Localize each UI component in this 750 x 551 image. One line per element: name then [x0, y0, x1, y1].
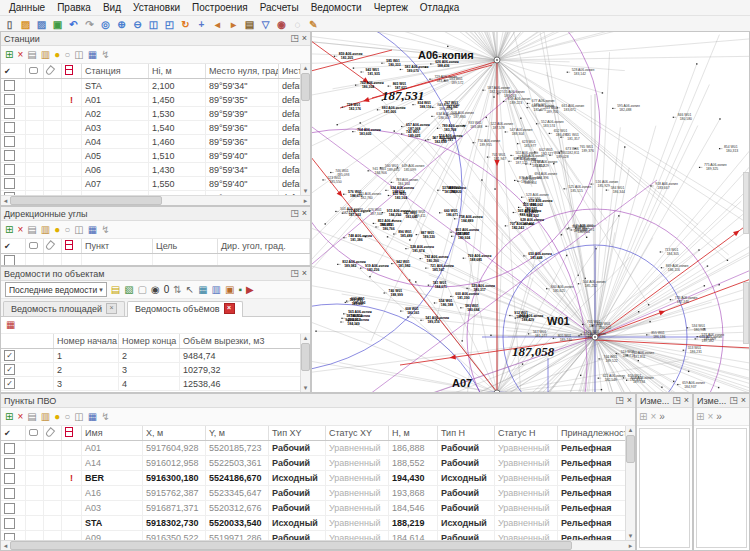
tab-volume-report[interactable]: Ведомость объёмов ×: [127, 301, 243, 317]
row-checkbox[interactable]: [4, 473, 15, 484]
column-h[interactable]: H, м: [389, 426, 438, 441]
delete-row-icon[interactable]: ×: [650, 412, 656, 422]
paste-icon[interactable]: ▥: [41, 50, 50, 60]
menu-Вид[interactable]: Вид: [98, 2, 126, 13]
menu-Установки[interactable]: Установки: [128, 2, 185, 13]
report-settings-icon[interactable]: ▦: [6, 320, 15, 330]
more-icon[interactable]: »: [716, 412, 722, 422]
column-type_xy[interactable]: Тип XY: [269, 426, 326, 441]
angle-row[interactable]: [1, 254, 310, 266]
menu-Данные[interactable]: Данные: [4, 2, 50, 13]
save-report-icon[interactable]: ▪: [239, 285, 243, 295]
row-checkbox[interactable]: [4, 80, 15, 91]
point-row[interactable]: A015917604,9285520185,723РабочийУравненн…: [1, 441, 635, 456]
row-checkbox[interactable]: [4, 136, 15, 147]
report-copy-icon[interactable]: ▢: [138, 285, 147, 295]
delete-row-icon[interactable]: ×: [17, 225, 23, 235]
stations-vscrollbar[interactable]: ▴▾: [300, 64, 310, 195]
point-row[interactable]: STA5918302,7305520033,540ИсходныйУравнен…: [1, 516, 635, 531]
column-name[interactable]: Имя: [82, 426, 143, 441]
point-row[interactable]: A145916012,9585522503,361РабочийУравненн…: [1, 456, 635, 471]
column-status_xy[interactable]: Статус XY: [326, 426, 389, 441]
column-hi[interactable]: Hi, м: [149, 64, 206, 79]
menu-Расчеты[interactable]: Расчеты: [255, 2, 304, 13]
send-icon[interactable]: ▣: [225, 285, 234, 295]
column-0[interactable]: Номер начала: [54, 334, 119, 349]
column-belong[interactable]: Принадлежность: [558, 426, 627, 441]
pan-icon[interactable]: ◎: [98, 18, 113, 31]
options-icon[interactable]: ↯: [101, 50, 109, 60]
new-file-icon[interactable]: ▯: [2, 18, 17, 31]
close-panel-icon[interactable]: ×: [302, 269, 307, 278]
pointer-icon[interactable]: ↖: [186, 285, 194, 295]
add-row-icon[interactable]: ⊞: [639, 412, 647, 422]
row-checkbox[interactable]: [4, 533, 15, 540]
table-view-icon[interactable]: ▦: [88, 225, 97, 235]
import-icon[interactable]: ▨: [34, 18, 49, 31]
row-checkbox[interactable]: [4, 150, 15, 161]
row-checkbox[interactable]: [4, 164, 15, 175]
close-tab-icon[interactable]: ×: [106, 303, 117, 314]
column-angle[interactable]: Дир. угол, град.: [218, 239, 310, 254]
copy-icon[interactable]: ▤: [27, 50, 36, 60]
collapsed-panel-tab[interactable]: [743, 282, 749, 344]
bulb-on-icon[interactable]: ●: [54, 225, 60, 235]
station-row[interactable]: A081,04089°59'40"default15.09: [1, 191, 310, 196]
table-view-icon[interactable]: ▦: [88, 412, 97, 422]
undo-icon[interactable]: ↶: [66, 18, 81, 31]
row-checkbox[interactable]: [4, 94, 15, 105]
column-target[interactable]: Цель: [153, 239, 218, 254]
zoom-window-icon[interactable]: ◰: [162, 18, 177, 31]
collapsed-panel-tab[interactable]: [743, 172, 749, 234]
row-checkbox[interactable]: ✓: [4, 350, 15, 361]
search-icon[interactable]: ◉: [151, 285, 160, 295]
close-panel-icon[interactable]: ×: [627, 396, 632, 405]
close-panel-icon[interactable]: ×: [741, 396, 746, 405]
menu-Чертеж[interactable]: Чертеж: [369, 2, 413, 13]
station-row[interactable]: A021,53089°59'39"default15.09: [1, 107, 310, 121]
row-checkbox[interactable]: [4, 122, 15, 133]
search-object-icon[interactable]: ◉: [274, 18, 289, 31]
add-row-icon[interactable]: ⊞: [696, 412, 704, 422]
options-icon[interactable]: ↯: [101, 412, 109, 422]
delete-row-icon[interactable]: ×: [707, 412, 713, 422]
changes-list[interactable]: [639, 428, 690, 548]
redo-icon[interactable]: ↷: [82, 18, 97, 31]
changes-list[interactable]: [696, 428, 747, 548]
zoom-extents-icon[interactable]: ◫: [146, 18, 161, 31]
row-checkbox[interactable]: [4, 503, 15, 514]
add-row-icon[interactable]: ⊞: [5, 225, 13, 235]
bulb-off-icon[interactable]: ○: [64, 225, 70, 235]
report-new-icon[interactable]: ▤: [111, 285, 120, 295]
row-checkbox[interactable]: [4, 178, 15, 189]
point-row[interactable]: A035916871,3715520312,676РабочийУравненн…: [1, 501, 635, 516]
reports-dropdown[interactable]: Последние ведомости ▾: [5, 282, 107, 297]
close-tab-icon[interactable]: ×: [224, 303, 235, 314]
open-file-icon[interactable]: ▨: [18, 18, 33, 31]
station-row[interactable]: A031,54089°59'36"default15.09: [1, 121, 310, 135]
column-type_h[interactable]: Тип H: [438, 426, 495, 441]
column-zero[interactable]: Место нуля, град: [206, 64, 279, 79]
bulb-on-icon[interactable]: ●: [54, 50, 60, 60]
float-panel-icon[interactable]: ◳: [290, 209, 299, 218]
station-row[interactable]: A071,55089°59'40"default15.09: [1, 177, 310, 191]
float-panel-icon[interactable]: ◳: [290, 269, 299, 278]
next-view-icon[interactable]: ▸: [226, 18, 241, 31]
column-point[interactable]: Пункт: [82, 239, 153, 254]
report-open-icon[interactable]: ▧: [124, 285, 133, 295]
point-row[interactable]: A095916350,5225519971,286РабочийУравненн…: [1, 531, 635, 541]
search-off-icon[interactable]: ◌: [290, 18, 305, 31]
row-checkbox[interactable]: [4, 488, 15, 499]
zoom-in-icon[interactable]: ⊕: [114, 18, 129, 31]
bulb-on-icon[interactable]: ●: [54, 412, 60, 422]
bulb-off-icon[interactable]: ○: [64, 50, 70, 60]
row-checkbox[interactable]: [4, 108, 15, 119]
points-vscrollbar[interactable]: ▴▾: [625, 426, 635, 540]
row-checkbox[interactable]: ✓: [4, 378, 15, 389]
reports-vscrollbar[interactable]: ▴▾: [300, 334, 310, 392]
menu-Правка[interactable]: Правка: [52, 2, 96, 13]
column-status_h[interactable]: Статус H: [495, 426, 558, 441]
point-row[interactable]: A165915762,3875523345,647РабочийУравненн…: [1, 486, 635, 501]
delete-row-icon[interactable]: ×: [17, 50, 23, 60]
table-view-icon[interactable]: ▦: [88, 50, 97, 60]
